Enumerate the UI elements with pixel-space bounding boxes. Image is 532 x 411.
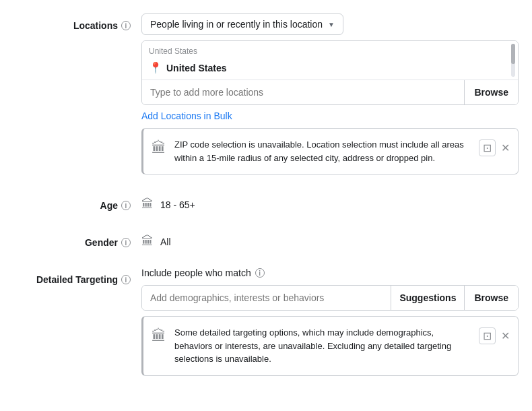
location-search-input[interactable]	[142, 80, 464, 104]
age-text: Age	[100, 200, 118, 211]
age-section: Age i 🏛 18 - 65+	[13, 193, 519, 212]
detailed-targeting-section: Detailed Targeting i Include people who …	[13, 267, 519, 376]
location-notice-box: 🏛 ZIP code selection is unavailable. Loc…	[141, 128, 519, 175]
age-label: Age i	[13, 193, 141, 211]
locations-info-icon[interactable]: i	[121, 21, 131, 30]
pin-icon: 📍	[149, 61, 162, 74]
locations-label: Locations i	[13, 13, 141, 31]
dt-suggestions-button[interactable]: Suggestions	[391, 286, 464, 310]
dt-notice-building-icon: 🏛	[152, 327, 166, 345]
dt-notice-text: Some detailed targeting options, which m…	[174, 326, 471, 366]
location-list: United States 📍 United States	[142, 41, 518, 80]
bookmark-icon[interactable]: ⊡	[479, 139, 496, 156]
dt-header: Include people who match i	[141, 267, 519, 278]
age-info-icon[interactable]: i	[121, 201, 131, 210]
location-notice-text: ZIP code selection is unavailable. Locat…	[174, 138, 471, 164]
location-name: United States	[166, 63, 226, 73]
dt-browse-button[interactable]: Browse	[464, 286, 518, 310]
detailed-targeting-label: Detailed Targeting i	[13, 267, 141, 285]
gender-info-icon[interactable]: i	[121, 238, 131, 247]
location-box: United States 📍 United States Browse	[141, 40, 519, 105]
dt-notice-box: 🏛 Some detailed targeting options, which…	[141, 316, 519, 376]
dt-actions: Suggestions Browse	[391, 286, 518, 310]
dt-sub-info-icon[interactable]: i	[255, 268, 265, 278]
dt-input-row: Suggestions Browse	[142, 286, 518, 310]
age-content: 🏛 18 - 65+	[141, 193, 519, 212]
gender-label: Gender i	[13, 230, 141, 248]
locations-content: People living in or recently in this loc…	[141, 13, 519, 175]
notice-actions: ⊡ ✕	[479, 139, 510, 156]
location-browse-button[interactable]: Browse	[464, 80, 518, 104]
notice-building-icon: 🏛	[152, 139, 166, 157]
location-input-row: Browse	[142, 80, 518, 104]
dt-search-input[interactable]	[142, 286, 391, 310]
age-value: 18 - 65+	[160, 199, 195, 210]
location-mode-button[interactable]: People living in or recently in this loc…	[141, 13, 343, 35]
age-row: 🏛 18 - 65+	[141, 193, 519, 212]
location-item-us: 📍 United States	[149, 59, 511, 77]
dt-close-icon[interactable]: ✕	[501, 329, 510, 342]
scroll-thumb	[511, 44, 515, 64]
dt-bookmark-icon[interactable]: ⊡	[479, 327, 496, 344]
locations-text: Locations	[73, 20, 118, 31]
dropdown-arrow-icon: ▼	[328, 21, 335, 28]
detailed-targeting-content: Include people who match i Suggestions B…	[141, 267, 519, 376]
gender-row: 🏛 All	[141, 230, 519, 249]
scrollbar[interactable]	[511, 44, 515, 77]
detailed-targeting-text: Detailed Targeting	[36, 274, 118, 285]
gender-section: Gender i 🏛 All	[13, 230, 519, 249]
dt-notice-actions: ⊡ ✕	[479, 327, 510, 344]
gender-building-icon: 🏛	[141, 234, 154, 249]
dt-input-box: Suggestions Browse	[141, 285, 519, 311]
detailed-targeting-info-icon[interactable]: i	[121, 275, 131, 284]
add-locations-bulk-link[interactable]: Add Locations in Bulk	[141, 110, 232, 121]
age-building-icon: 🏛	[141, 197, 154, 212]
dt-sub-label: Include people who match	[141, 267, 251, 278]
locations-section: Locations i People living in or recently…	[13, 13, 519, 175]
gender-content: 🏛 All	[141, 230, 519, 249]
close-icon[interactable]: ✕	[501, 141, 510, 154]
location-section-label: United States	[149, 46, 511, 56]
gender-value: All	[160, 236, 171, 247]
gender-text: Gender	[85, 237, 118, 248]
